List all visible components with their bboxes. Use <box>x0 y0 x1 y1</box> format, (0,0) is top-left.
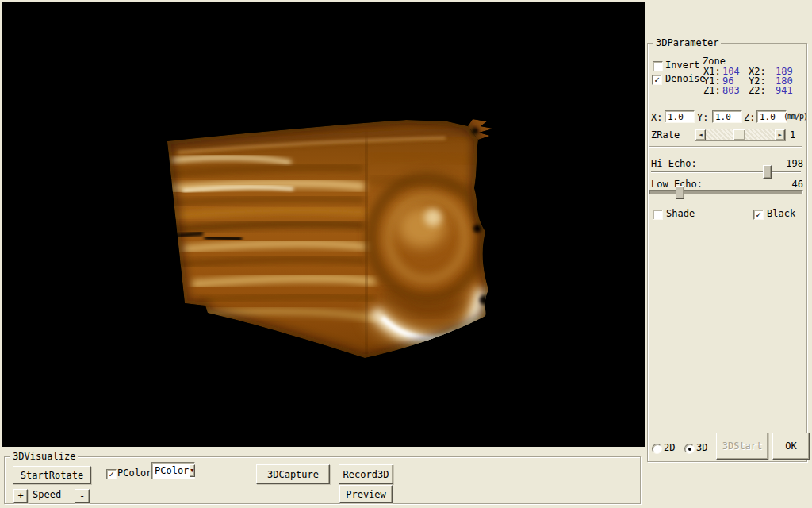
zone-z2-label: Z2: <box>749 86 766 96</box>
parameter-group-title: 3DParameter <box>653 37 721 48</box>
zrate-scroll-thumb[interactable] <box>733 129 745 140</box>
visualize-groupbox: 3DVisualize StartRotate ✓ PColor PColor … <box>4 456 641 504</box>
hi-echo-value: 198 <box>772 159 803 169</box>
check-icon: ✓ <box>109 471 114 478</box>
visualize-panel: 3DVisualize StartRotate ✓ PColor PColor … <box>0 447 645 508</box>
invert-label: Invert <box>665 60 699 71</box>
zrate-scroll-left-button[interactable]: ◄ <box>695 129 706 140</box>
invert-checkbox[interactable] <box>653 61 663 71</box>
scale-x-input[interactable]: 1.0 <box>665 110 695 123</box>
scale-z-input[interactable]: 1.0 <box>756 110 787 123</box>
ok-button[interactable]: OK <box>772 433 810 460</box>
pcolor-checkbox[interactable]: ✓ <box>106 469 117 479</box>
low-echo-slider-thumb[interactable] <box>676 186 684 199</box>
shade-label: Shade <box>666 209 695 219</box>
volume-render-3d <box>2 2 645 447</box>
speed-plus-button[interactable]: + <box>13 489 28 503</box>
visualize-group-title: 3DVisualize <box>10 451 78 462</box>
denoise-label: Denoise <box>665 74 706 84</box>
mode-2d-label: 2D <box>664 443 675 453</box>
parameter-panel: 3DParameter Invert ✓ Denoise Zone X1: 10… <box>645 0 812 508</box>
parameter-groupbox: 3DParameter Invert ✓ Denoise Zone X1: 10… <box>647 43 807 462</box>
scale-x-label: X: <box>651 113 662 123</box>
hi-echo-slider-track[interactable] <box>651 171 801 172</box>
scroll-right-icon: ► <box>778 132 781 138</box>
zrate-scrollbar[interactable]: ◄ ► <box>695 129 786 141</box>
hi-echo-slider-thumb[interactable] <box>763 165 772 179</box>
scale-y-input[interactable]: 1.0 <box>712 110 742 123</box>
pcolor-checkbox-label: PColor <box>117 468 151 479</box>
record-3d-button[interactable]: Record3D <box>339 464 393 484</box>
low-echo-slider-track[interactable] <box>649 190 803 194</box>
zone-z1-value: 803 <box>722 86 740 96</box>
scale-unit-label: (mm/p) <box>783 111 807 121</box>
zrate-value: 1 <box>790 130 795 140</box>
black-label: Black <box>767 209 795 219</box>
check-icon: ✓ <box>756 211 761 218</box>
radio-dot <box>688 448 691 451</box>
chevron-down-icon: ▼ <box>190 468 193 474</box>
pcolor-dropdown[interactable]: PColor ▼ <box>151 462 195 479</box>
zrate-scroll-track[interactable] <box>706 129 775 140</box>
check-icon: ✓ <box>654 76 660 83</box>
pcolor-dropdown-value: PColor <box>152 464 189 477</box>
zone-z1-label: Z1: <box>703 86 721 96</box>
zrate-scroll-right-button[interactable]: ► <box>775 129 785 140</box>
start-3d-button[interactable]: 3DStart <box>716 433 768 460</box>
scale-y-label: Y: <box>697 113 708 123</box>
mode-3d-radio[interactable] <box>684 444 695 454</box>
separator-line <box>649 146 802 148</box>
mode-3d-label: 3D <box>696 443 707 453</box>
zrate-label: ZRate <box>651 130 680 140</box>
application-window: { "colors": { "panel_bg": "#ece9d8", "vi… <box>0 0 812 508</box>
hi-echo-label: Hi Echo: <box>651 159 697 169</box>
preview-button[interactable]: Preview <box>339 485 393 503</box>
speed-label: Speed <box>33 490 61 500</box>
capture-3d-button[interactable]: 3DCapture <box>256 464 330 484</box>
denoise-checkbox[interactable]: ✓ <box>652 75 662 85</box>
speed-minus-button[interactable]: - <box>75 489 90 503</box>
black-checkbox[interactable]: ✓ <box>753 210 764 220</box>
scale-z-label: Z: <box>744 113 755 123</box>
scroll-left-icon: ◄ <box>699 132 702 138</box>
mode-2d-radio[interactable] <box>652 444 662 454</box>
start-rotate-button[interactable]: StartRotate <box>13 466 91 484</box>
zone-z2-value: 941 <box>776 86 793 96</box>
shade-checkbox[interactable] <box>653 210 663 220</box>
low-echo-value: 46 <box>772 179 803 190</box>
volume-viewport[interactable] <box>2 2 645 447</box>
dropdown-button[interactable]: ▼ <box>190 464 194 477</box>
